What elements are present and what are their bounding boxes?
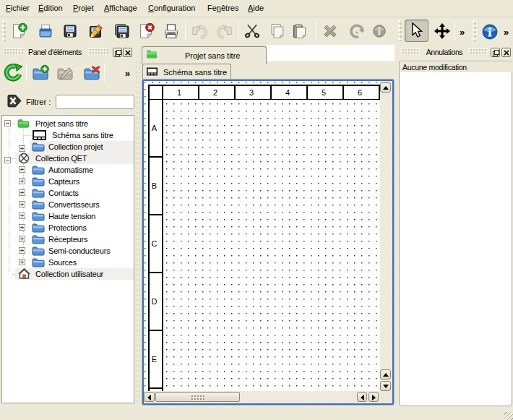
- svg-text:1: 1: [177, 88, 181, 97]
- svg-text:4: 4: [285, 88, 290, 97]
- svg-text:B: B: [152, 181, 157, 190]
- svg-text:3: 3: [249, 88, 254, 97]
- svg-text:5: 5: [322, 88, 326, 97]
- svg-text:6: 6: [358, 88, 362, 97]
- svg-text:D: D: [152, 297, 158, 306]
- svg-text:C: C: [152, 239, 158, 248]
- svg-text:2: 2: [213, 88, 217, 97]
- svg-text:A: A: [152, 124, 158, 132]
- svg-text:E: E: [152, 355, 157, 364]
